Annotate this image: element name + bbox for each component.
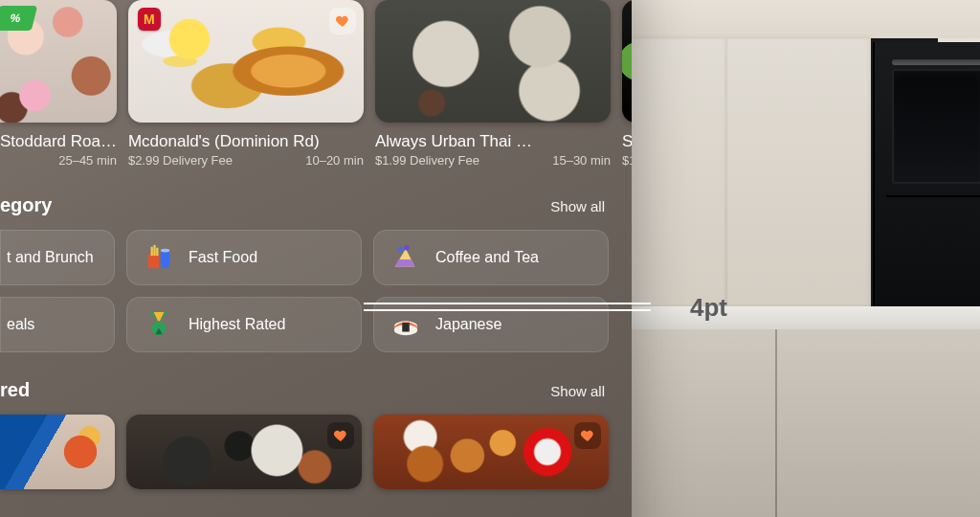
category-card-coffee[interactable]: Coffee and Tea	[373, 230, 609, 285]
restaurant-image: M	[128, 0, 364, 123]
restaurant-title: Always Urban Thai …	[375, 132, 611, 151]
category-label: Highest Rated	[189, 316, 285, 333]
category-card-fastfood[interactable]: Fast Food	[126, 230, 362, 285]
restaurant-title: Su	[622, 132, 632, 151]
featured-card[interactable]	[0, 415, 115, 489]
category-card-breakfast[interactable]: t and Brunch	[0, 230, 115, 285]
section-title: red	[0, 379, 30, 401]
restaurant-card[interactable]: % Stoddard Roa… 25–45 min	[0, 0, 117, 168]
favorite-icon[interactable]	[574, 422, 601, 449]
discount-badge-icon: %	[0, 6, 37, 31]
category-card-japanese[interactable]: Japanese	[373, 297, 609, 352]
category-card-deals[interactable]: eals	[0, 297, 115, 352]
restaurant-row: % Stoddard Roa… 25–45 min M Mcdonald's (…	[0, 0, 605, 168]
svg-point-6	[398, 247, 404, 253]
medal-icon	[145, 310, 173, 339]
restaurant-time: 25–45 min	[58, 153, 117, 168]
restaurant-image	[622, 0, 632, 123]
category-label: Coffee and Tea	[435, 249, 539, 266]
restaurant-title: Stoddard Roa…	[0, 132, 117, 151]
section-header-category: egory Show all	[0, 194, 605, 216]
featured-card[interactable]	[126, 415, 362, 489]
restaurant-card[interactable]: Su $1.	[622, 0, 632, 168]
restaurant-title: Mcdonald's (Dominion Rd)	[128, 132, 364, 151]
restaurant-fee: $2.99 Delivery Fee	[128, 153, 233, 168]
svg-rect-12	[402, 323, 410, 331]
category-card-highest-rated[interactable]: Highest Rated	[126, 297, 362, 352]
section-header-featured: red Show all	[0, 379, 605, 401]
category-label: Fast Food	[189, 249, 257, 266]
mcdonalds-logo-icon: M	[138, 8, 161, 31]
favorite-icon[interactable]	[327, 422, 354, 449]
category-label: eals	[7, 316, 34, 333]
section-title: egory	[0, 194, 52, 216]
category-label: Japanese	[435, 316, 501, 333]
favorite-icon[interactable]	[329, 8, 356, 34]
restaurant-card[interactable]: Always Urban Thai … $1.99 Delivery Fee 1…	[375, 0, 611, 168]
show-all-button[interactable]: Show all	[550, 198, 605, 214]
svg-rect-0	[148, 254, 159, 268]
svg-rect-1	[151, 247, 153, 256]
category-label: t and Brunch	[7, 249, 94, 266]
featured-row	[0, 415, 605, 489]
featured-card[interactable]	[373, 415, 609, 489]
show-all-button[interactable]: Show all	[550, 383, 605, 399]
restaurant-card[interactable]: M Mcdonald's (Dominion Rd) $2.99 Deliver…	[128, 0, 364, 168]
fries-cup-icon	[145, 243, 173, 272]
restaurant-fee: $1.99 Delivery Fee	[375, 153, 479, 168]
restaurant-image: %	[0, 0, 117, 123]
restaurant-fee: $1.	[622, 153, 632, 168]
restaurant-time: 10–20 min	[305, 153, 364, 168]
restaurant-image	[375, 0, 611, 123]
svg-rect-4	[161, 251, 169, 269]
restaurant-time: 15–30 min	[552, 153, 611, 168]
svg-point-5	[161, 249, 169, 253]
screenshot-stage: % Stoddard Roa… 25–45 min M Mcdonald's (…	[0, 0, 980, 517]
oven	[873, 42, 980, 310]
app-panel: % Stoddard Roa… 25–45 min M Mcdonald's (…	[0, 0, 632, 517]
svg-rect-2	[153, 245, 155, 256]
sushi-icon	[391, 310, 420, 339]
cake-slice-icon	[391, 243, 420, 272]
svg-rect-3	[156, 248, 158, 256]
svg-point-7	[404, 245, 410, 251]
category-grid: t and Brunch Fast Food Coffee and Tea ea…	[0, 230, 605, 352]
